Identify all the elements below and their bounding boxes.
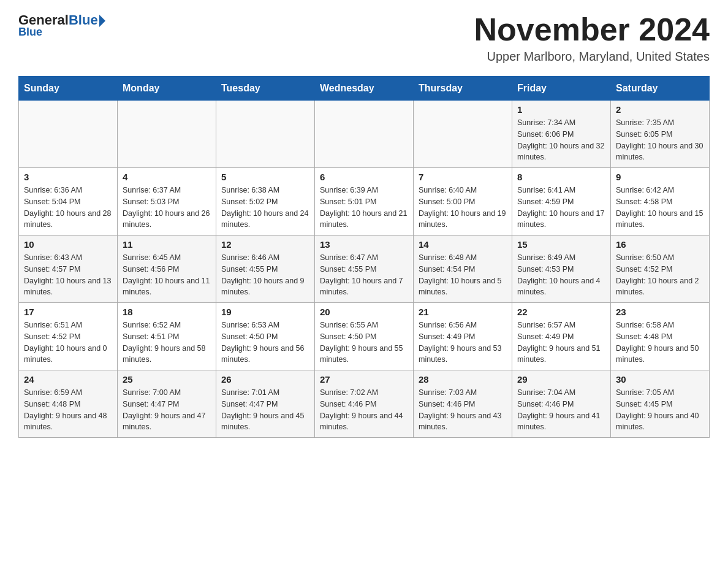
day-info-text: Sunset: 4:48 PM (24, 399, 112, 410)
calendar-cell: 15Sunrise: 6:49 AMSunset: 4:53 PMDayligh… (512, 236, 611, 303)
day-info-text: Daylight: 10 hours and 2 minutes. (616, 275, 704, 299)
day-number: 13 (320, 239, 408, 250)
day-info-text: Sunrise: 7:02 AM (320, 387, 408, 399)
calendar-cell: 21Sunrise: 6:56 AMSunset: 4:49 PMDayligh… (414, 303, 512, 370)
calendar-cell: 27Sunrise: 7:02 AMSunset: 4:46 PMDayligh… (315, 370, 414, 438)
logo-subtitle: Blue (18, 26, 42, 39)
calendar-cell: 3Sunrise: 6:36 AMSunset: 5:04 PMDaylight… (19, 168, 118, 236)
day-info-text: Sunset: 4:58 PM (616, 196, 704, 208)
calendar-week-row: 17Sunrise: 6:51 AMSunset: 4:52 PMDayligh… (19, 303, 710, 370)
day-info-text: Sunset: 4:47 PM (221, 399, 309, 410)
column-header-tuesday: Tuesday (216, 77, 315, 101)
day-number: 10 (24, 239, 112, 250)
day-info-text: Daylight: 9 hours and 50 minutes. (616, 343, 704, 366)
day-info-text: Sunset: 4:50 PM (221, 331, 309, 343)
calendar-cell: 6Sunrise: 6:39 AMSunset: 5:01 PMDaylight… (315, 168, 414, 236)
day-info-text: Sunset: 4:50 PM (320, 331, 408, 343)
calendar-week-row: 10Sunrise: 6:43 AMSunset: 4:57 PMDayligh… (19, 236, 710, 303)
calendar-cell: 26Sunrise: 7:01 AMSunset: 4:47 PMDayligh… (216, 370, 315, 438)
calendar-cell: 9Sunrise: 6:42 AMSunset: 4:58 PMDaylight… (611, 168, 710, 236)
calendar-cell: 14Sunrise: 6:48 AMSunset: 4:54 PMDayligh… (414, 236, 512, 303)
day-info-text: Sunrise: 6:59 AM (24, 387, 112, 399)
day-number: 8 (517, 172, 605, 182)
calendar-week-row: 3Sunrise: 6:36 AMSunset: 5:04 PMDaylight… (19, 168, 710, 236)
day-info-text: Sunrise: 6:47 AM (320, 252, 408, 264)
day-number: 16 (616, 239, 704, 250)
day-info-text: Daylight: 10 hours and 32 minutes. (517, 140, 605, 164)
day-number: 22 (517, 307, 605, 317)
day-info-text: Daylight: 9 hours and 53 minutes. (419, 343, 507, 366)
calendar-cell: 4Sunrise: 6:37 AMSunset: 5:03 PMDaylight… (118, 168, 216, 236)
day-number: 3 (24, 172, 112, 182)
day-info-text: Sunrise: 7:05 AM (616, 387, 704, 399)
column-header-sunday: Sunday (19, 77, 118, 101)
day-info-text: Sunrise: 7:34 AM (517, 117, 605, 129)
day-number: 23 (616, 307, 704, 317)
day-number: 26 (221, 374, 309, 385)
day-info-text: Sunset: 4:56 PM (123, 264, 211, 275)
location-subtitle: Upper Marlboro, Maryland, United States (474, 50, 710, 64)
day-info-text: Daylight: 10 hours and 4 minutes. (517, 275, 605, 299)
column-header-friday: Friday (512, 77, 611, 101)
day-info-text: Daylight: 10 hours and 30 minutes. (616, 140, 704, 164)
day-number: 30 (616, 374, 704, 385)
day-number: 24 (24, 374, 112, 385)
day-info-text: Daylight: 10 hours and 5 minutes. (419, 275, 507, 299)
day-number: 14 (419, 239, 507, 250)
day-info-text: Daylight: 10 hours and 9 minutes. (221, 275, 309, 299)
day-info-text: Daylight: 10 hours and 15 minutes. (616, 208, 704, 231)
day-info-text: Sunset: 4:49 PM (419, 331, 507, 343)
day-info-text: Sunrise: 6:41 AM (517, 185, 605, 196)
calendar-week-row: 24Sunrise: 6:59 AMSunset: 4:48 PMDayligh… (19, 370, 710, 438)
day-info-text: Sunrise: 6:48 AM (419, 252, 507, 264)
calendar-cell: 5Sunrise: 6:38 AMSunset: 5:02 PMDaylight… (216, 168, 315, 236)
day-info-text: Sunrise: 6:43 AM (24, 252, 112, 264)
day-info-text: Daylight: 9 hours and 40 minutes. (616, 410, 704, 434)
day-info-text: Sunrise: 6:40 AM (419, 185, 507, 196)
day-info-text: Sunrise: 6:56 AM (419, 320, 507, 331)
day-info-text: Daylight: 9 hours and 56 minutes. (221, 343, 309, 366)
day-info-text: Sunrise: 6:49 AM (517, 252, 605, 264)
day-info-text: Sunset: 4:55 PM (320, 264, 408, 275)
calendar-week-row: 1Sunrise: 7:34 AMSunset: 6:06 PMDaylight… (19, 101, 710, 168)
day-info-text: Sunset: 4:55 PM (221, 264, 309, 275)
day-number: 9 (616, 172, 704, 182)
calendar-cell (216, 101, 315, 168)
calendar-cell: 20Sunrise: 6:55 AMSunset: 4:50 PMDayligh… (315, 303, 414, 370)
calendar-cell: 22Sunrise: 6:57 AMSunset: 4:49 PMDayligh… (512, 303, 611, 370)
day-info-text: Daylight: 10 hours and 7 minutes. (320, 275, 408, 299)
day-info-text: Sunset: 4:48 PM (616, 331, 704, 343)
day-info-text: Sunrise: 6:53 AM (221, 320, 309, 331)
day-info-text: Sunrise: 7:03 AM (419, 387, 507, 399)
day-info-text: Sunset: 4:45 PM (616, 399, 704, 410)
day-info-text: Sunrise: 6:55 AM (320, 320, 408, 331)
day-info-text: Sunset: 4:59 PM (517, 196, 605, 208)
day-info-text: Daylight: 9 hours and 48 minutes. (24, 410, 112, 434)
day-info-text: Sunset: 6:06 PM (517, 129, 605, 140)
title-section: November 2024 Upper Marlboro, Maryland, … (474, 12, 710, 64)
column-header-saturday: Saturday (611, 77, 710, 101)
calendar-header-row: SundayMondayTuesdayWednesdayThursdayFrid… (19, 77, 710, 101)
day-info-text: Sunset: 4:46 PM (320, 399, 408, 410)
day-info-text: Sunrise: 6:42 AM (616, 185, 704, 196)
day-info-text: Sunrise: 6:58 AM (616, 320, 704, 331)
day-info-text: Sunrise: 6:52 AM (123, 320, 211, 331)
calendar-cell: 13Sunrise: 6:47 AMSunset: 4:55 PMDayligh… (315, 236, 414, 303)
calendar-cell: 29Sunrise: 7:04 AMSunset: 4:46 PMDayligh… (512, 370, 611, 438)
day-info-text: Daylight: 9 hours and 51 minutes. (517, 343, 605, 366)
day-info-text: Sunrise: 6:57 AM (517, 320, 605, 331)
day-info-text: Sunset: 5:02 PM (221, 196, 309, 208)
calendar-cell: 11Sunrise: 6:45 AMSunset: 4:56 PMDayligh… (118, 236, 216, 303)
day-info-text: Sunset: 4:53 PM (517, 264, 605, 275)
calendar-cell: 7Sunrise: 6:40 AMSunset: 5:00 PMDaylight… (414, 168, 512, 236)
day-info-text: Sunrise: 6:37 AM (123, 185, 211, 196)
calendar-cell: 28Sunrise: 7:03 AMSunset: 4:46 PMDayligh… (414, 370, 512, 438)
day-info-text: Daylight: 9 hours and 47 minutes. (123, 410, 211, 434)
day-info-text: Sunrise: 7:00 AM (123, 387, 211, 399)
day-number: 29 (517, 374, 605, 385)
calendar-cell: 16Sunrise: 6:50 AMSunset: 4:52 PMDayligh… (611, 236, 710, 303)
day-number: 1 (517, 104, 605, 115)
day-info-text: Daylight: 10 hours and 21 minutes. (320, 208, 408, 231)
calendar-cell: 8Sunrise: 6:41 AMSunset: 4:59 PMDaylight… (512, 168, 611, 236)
day-number: 25 (123, 374, 211, 385)
